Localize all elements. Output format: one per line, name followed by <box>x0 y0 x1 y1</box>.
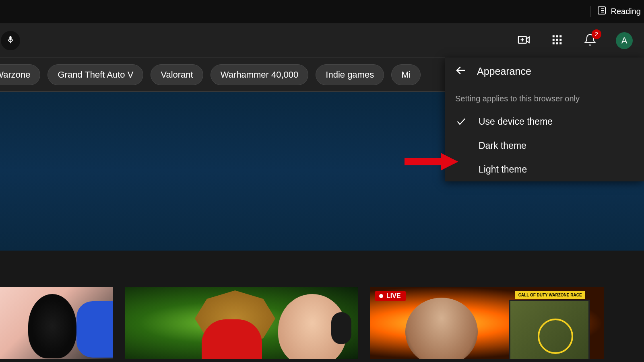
thumb-decor-head <box>405 298 478 359</box>
menu-hint: Setting applies to this browser only <box>445 85 644 109</box>
thumb-game-title: CALL OF DUTY WARZONE RACE <box>515 291 585 299</box>
video-thumbnails-row: LIVE CALL OF DUTY WARZONE RACE <box>0 251 644 362</box>
check-icon <box>455 115 467 128</box>
svg-rect-10 <box>553 35 555 37</box>
menu-item-dark-theme[interactable]: Dark theme <box>445 134 644 158</box>
reading-label: Reading <box>611 7 641 16</box>
video-thumbnail-1[interactable] <box>0 287 113 359</box>
browser-divider <box>590 6 590 17</box>
chip-warhammer[interactable]: Warhammer 40,000 <box>211 64 309 85</box>
svg-rect-11 <box>556 35 558 37</box>
create-video-icon <box>517 33 531 48</box>
video-thumbnail-2[interactable] <box>125 287 358 359</box>
avatar[interactable]: A <box>616 32 633 49</box>
live-badge: LIVE <box>375 291 406 301</box>
svg-rect-18 <box>559 42 561 44</box>
chip-gta-v[interactable]: Grand Theft Auto V <box>47 64 143 85</box>
microphone-icon <box>6 35 15 46</box>
menu-item-label: Light theme <box>479 164 527 175</box>
reading-list-icon <box>597 6 607 17</box>
thumb-decor-map <box>509 300 590 359</box>
thumb-decor-red <box>202 319 262 359</box>
svg-rect-12 <box>559 35 561 37</box>
chip-valorant[interactable]: Valorant <box>151 64 203 85</box>
create-button[interactable] <box>517 33 531 48</box>
reading-mode-button[interactable]: Reading <box>597 6 641 17</box>
browser-top-bar: Reading <box>0 0 644 23</box>
arrow-left-icon <box>455 64 467 78</box>
menu-back-button[interactable] <box>454 65 467 78</box>
menu-item-light-theme[interactable]: Light theme <box>445 158 644 181</box>
menu-title: Appearance <box>477 66 531 77</box>
app-header: 2 A <box>0 23 644 58</box>
appearance-menu: Appearance Setting applies to this brows… <box>445 58 644 181</box>
voice-search-button[interactable] <box>1 31 20 50</box>
svg-rect-16 <box>553 42 555 44</box>
chip-warzone[interactable]: y: Warzone <box>0 64 40 85</box>
thumb-decor-headset <box>331 312 351 344</box>
chip-minecraft[interactable]: Mi <box>391 64 421 85</box>
svg-rect-17 <box>556 42 558 44</box>
notification-badge: 2 <box>592 29 601 39</box>
notifications-button[interactable]: 2 <box>583 33 597 48</box>
avatar-initial: A <box>621 35 627 46</box>
menu-item-label: Use device theme <box>479 116 553 127</box>
svg-rect-14 <box>556 39 558 41</box>
apps-button[interactable] <box>550 33 564 48</box>
menu-header: Appearance <box>445 58 644 85</box>
svg-rect-13 <box>553 39 555 41</box>
video-thumbnail-3[interactable]: LIVE CALL OF DUTY WARZONE RACE <box>370 287 604 359</box>
apps-grid-icon <box>551 34 563 47</box>
menu-item-device-theme[interactable]: Use device theme <box>445 109 644 134</box>
header-left <box>0 31 20 50</box>
chip-indie-games[interactable]: Indie games <box>316 64 384 85</box>
menu-item-label: Dark theme <box>479 140 526 151</box>
header-right: 2 A <box>517 32 633 49</box>
svg-rect-15 <box>559 39 561 41</box>
